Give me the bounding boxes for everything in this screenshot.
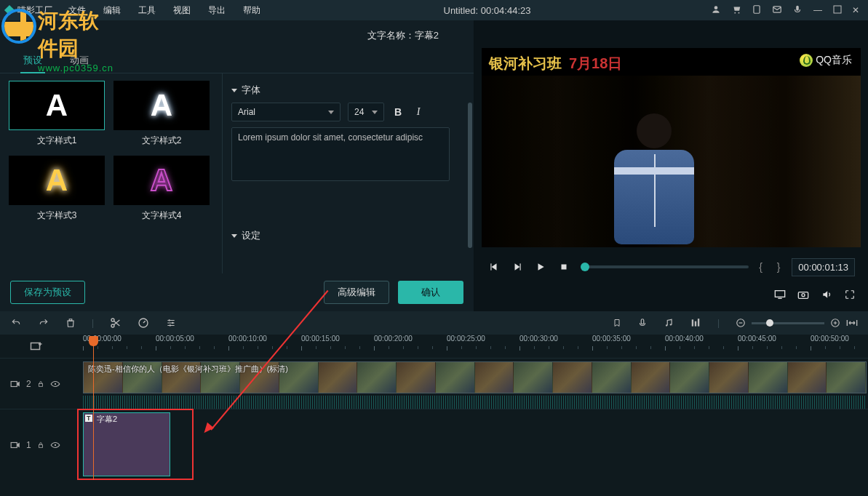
- mic-icon[interactable]: [792, 4, 803, 17]
- preview-panel: 银河补习班7月18日 QQ音乐 { } 00:00:01:13: [474, 20, 868, 311]
- font-family-select[interactable]: Arial: [231, 103, 341, 121]
- zoom-slider[interactable]: [752, 322, 824, 324]
- close-button[interactable]: ✕: [852, 5, 862, 15]
- speed-button[interactable]: [138, 317, 149, 329]
- audio-waveform: [83, 396, 867, 409]
- timecode-display: 00:00:01:13: [792, 258, 855, 276]
- text-styles-grid: A 文字样式1 A 文字样式2 A 文字样式3 A 文字样式4: [0, 73, 222, 273]
- text-clip[interactable]: T 字幕2: [83, 412, 170, 476]
- timeline-toolbar: | |: [0, 311, 868, 335]
- app-name: 喵影工厂: [17, 4, 52, 17]
- zoom-out-button[interactable]: [736, 318, 746, 328]
- playhead[interactable]: [93, 337, 94, 480]
- ruler-tick: 00:00:35:00: [592, 335, 631, 343]
- svg-rect-8: [520, 263, 521, 270]
- tab-preset[interactable]: 预设: [20, 49, 45, 73]
- svg-point-21: [670, 324, 672, 325]
- advanced-edit-button[interactable]: 高级编辑: [324, 281, 389, 304]
- svg-rect-27: [31, 343, 40, 350]
- delete-button[interactable]: [65, 317, 76, 329]
- marker-icon[interactable]: [613, 317, 621, 329]
- svg-point-17: [172, 322, 173, 324]
- svg-rect-11: [798, 292, 808, 299]
- settings-section-toggle[interactable]: 设定: [231, 229, 462, 242]
- menu-export[interactable]: 导出: [205, 3, 228, 18]
- svg-point-20: [666, 324, 667, 326]
- ruler-tick: 00:00:20:00: [374, 335, 413, 343]
- font-section-toggle[interactable]: 字体: [231, 84, 462, 97]
- visibility-icon[interactable]: [50, 380, 60, 388]
- text-name-value: 字幕2: [415, 30, 439, 41]
- ruler-tick: 00:00:05:00: [156, 335, 194, 343]
- stop-button[interactable]: [557, 260, 570, 273]
- settings-button[interactable]: [165, 318, 177, 328]
- maximize-button[interactable]: [833, 5, 842, 16]
- split-button[interactable]: [110, 317, 122, 329]
- ruler-tick: 00:00:50:00: [811, 335, 849, 343]
- zoom-fit-button[interactable]: [846, 319, 858, 327]
- clip-title: 陈奕迅-相信你的人（电影《银河补习班》推广曲）(标清): [88, 364, 288, 375]
- lock-icon[interactable]: [37, 380, 44, 388]
- preview-title-overlay: 银河补习班7月18日: [489, 54, 622, 73]
- notify-icon[interactable]: [752, 4, 762, 17]
- properties-scrollbar[interactable]: [468, 103, 472, 273]
- menu-help[interactable]: 帮助: [240, 3, 263, 18]
- audio-icon[interactable]: [664, 317, 674, 329]
- text-style-1[interactable]: A 文字样式1: [9, 81, 105, 147]
- italic-button[interactable]: I: [412, 106, 425, 118]
- confirm-button[interactable]: 确认: [398, 281, 463, 304]
- markers-display: { }: [759, 261, 781, 273]
- prev-frame-button[interactable]: [487, 260, 501, 273]
- text-editor-panel: 预设 动画 文字名称：字幕2 A 文字样式1 A 文字样式2: [0, 20, 474, 311]
- svg-point-33: [55, 444, 56, 445]
- preview-progress[interactable]: [581, 265, 749, 268]
- tab-animation[interactable]: 动画: [67, 49, 92, 73]
- text-style-4[interactable]: A 文字样式4: [114, 156, 210, 222]
- play-button[interactable]: [534, 260, 547, 273]
- message-icon[interactable]: [772, 4, 782, 17]
- zoom-in-button[interactable]: [830, 318, 840, 328]
- record-icon[interactable]: [637, 317, 648, 329]
- screen-icon[interactable]: [773, 288, 787, 301]
- timeline-ruler[interactable]: 00:00:00:0000:00:05:0000:00:10:0000:00:1…: [73, 335, 868, 358]
- text-style-3[interactable]: A 文字样式3: [9, 156, 105, 222]
- qq-music-icon: [800, 54, 813, 67]
- svg-rect-19: [641, 319, 644, 324]
- snapshot-icon[interactable]: [797, 288, 810, 301]
- menu-edit[interactable]: 编辑: [100, 3, 124, 18]
- menu-view[interactable]: 视图: [170, 3, 194, 18]
- titlebar: 喵影工厂 文件 编辑 工具 视图 导出 帮助 Untitled: 00:04:4…: [0, 0, 868, 20]
- text-content-input[interactable]: Lorem ipsum dolor sit amet, consectetur …: [231, 127, 450, 181]
- svg-point-12: [802, 294, 805, 297]
- cart-icon[interactable]: [731, 4, 741, 17]
- svg-rect-10: [775, 291, 784, 297]
- redo-button[interactable]: [38, 318, 49, 328]
- visibility-icon[interactable]: [50, 441, 60, 449]
- lock-icon[interactable]: [37, 441, 44, 449]
- add-track-button[interactable]: [0, 340, 73, 352]
- save-preset-button[interactable]: 保存为预设: [10, 281, 85, 304]
- volume-icon[interactable]: [820, 288, 833, 301]
- qq-music-badge: QQ音乐: [800, 54, 852, 67]
- minimize-button[interactable]: ―: [813, 5, 823, 15]
- mixer-icon[interactable]: [690, 318, 701, 328]
- video-clip[interactable]: 陈奕迅-相信你的人（电影《银河补习班》推广曲）(标清): [83, 361, 867, 393]
- text-style-2[interactable]: A 文字样式2: [114, 81, 210, 147]
- menu-file[interactable]: 文件: [65, 3, 89, 18]
- fullscreen-icon[interactable]: [843, 288, 856, 301]
- video-preview[interactable]: 银河补习班7月18日 QQ音乐: [482, 48, 861, 247]
- svg-rect-9: [562, 265, 567, 270]
- account-icon[interactable]: [711, 4, 721, 17]
- text-name-label: 文字名称：字幕2: [367, 29, 439, 42]
- svg-point-18: [170, 324, 171, 326]
- menu-tools[interactable]: 工具: [135, 3, 159, 18]
- next-frame-button[interactable]: [511, 260, 524, 273]
- font-size-select[interactable]: 24: [348, 103, 384, 121]
- video-track-icon: [10, 441, 20, 449]
- svg-point-30: [55, 383, 56, 384]
- text-clip-badge: T: [85, 415, 92, 422]
- bold-button[interactable]: B: [391, 106, 405, 118]
- undo-button[interactable]: [10, 318, 22, 328]
- svg-rect-6: [834, 6, 841, 13]
- svg-rect-31: [11, 442, 17, 447]
